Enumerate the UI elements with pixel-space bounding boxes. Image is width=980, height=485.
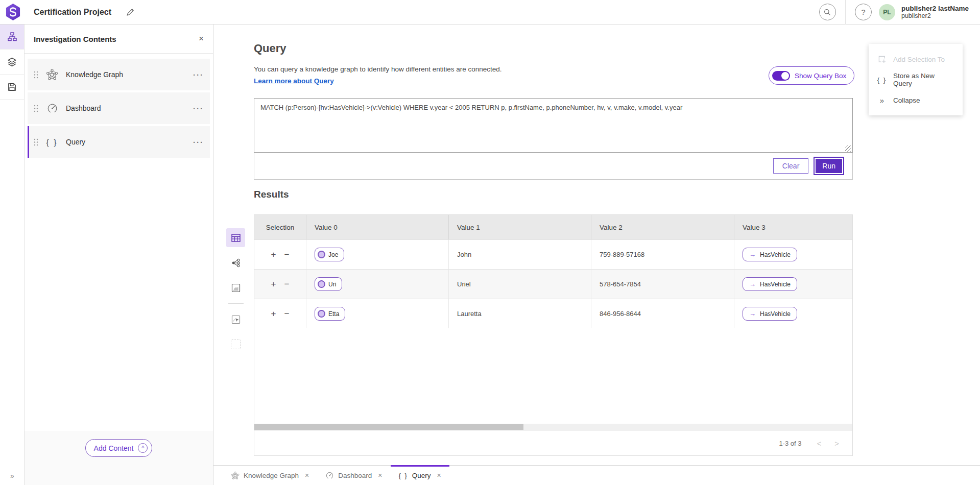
- person-node-icon: [318, 310, 325, 318]
- braces-icon: { }: [399, 472, 408, 479]
- item-more-menu-icon[interactable]: ···: [193, 138, 204, 147]
- collapse-chevrons-icon: »: [877, 96, 887, 105]
- user-name: publisher2 lastName: [901, 5, 969, 13]
- tab-query[interactable]: { } Query ×: [391, 466, 449, 485]
- results-context-menu: Add Selection To { } Store as New Query …: [869, 44, 963, 115]
- table-icon: [231, 233, 241, 243]
- app-logo-icon[interactable]: [5, 3, 21, 21]
- selection-cell: + −: [254, 270, 306, 299]
- sidebar-item-label: Query: [66, 138, 85, 146]
- sidebar-item-dashboard[interactable]: Dashboard ···: [28, 92, 210, 124]
- sidebar-item-query[interactable]: { } Query ···: [28, 126, 210, 158]
- lasso-select-view-button[interactable]: [226, 335, 245, 354]
- user-block[interactable]: publisher2 lastName publisher2: [901, 5, 972, 20]
- add-to-selection-button[interactable]: +: [267, 250, 280, 260]
- layers-icon: [7, 57, 17, 67]
- column-header[interactable]: Value 0: [306, 215, 449, 239]
- column-header[interactable]: Value 1: [449, 215, 591, 239]
- close-tab-icon[interactable]: ×: [437, 471, 441, 479]
- item-more-menu-icon[interactable]: ···: [193, 104, 204, 113]
- query-box-footer: Clear Run: [254, 153, 852, 179]
- help-button[interactable]: ?: [855, 4, 872, 20]
- sidebar-item-knowledge-graph[interactable]: Knowledge Graph ···: [28, 59, 210, 90]
- clear-button[interactable]: Clear: [773, 158, 808, 174]
- add-content-button[interactable]: Add Content ^: [85, 439, 153, 457]
- add-to-selection-button[interactable]: +: [267, 279, 280, 289]
- value-cell: Uriel: [449, 270, 591, 299]
- table-view-button[interactable]: [226, 228, 245, 247]
- relation-pill[interactable]: → HasVehicle: [743, 248, 797, 261]
- rail-investigation-contents-button[interactable]: [0, 25, 24, 50]
- value-cell: 759-889-57168: [591, 240, 734, 269]
- view-strip-divider: [228, 303, 244, 304]
- close-tab-icon[interactable]: ×: [305, 471, 309, 479]
- braces-icon: { }: [877, 76, 887, 84]
- entity-cell: Uri: [306, 270, 449, 299]
- add-selection-icon: [877, 55, 887, 64]
- remove-from-selection-button[interactable]: −: [280, 250, 294, 260]
- tab-label: Knowledge Graph: [244, 472, 299, 479]
- network-icon: [231, 258, 241, 268]
- map-view-button[interactable]: [226, 278, 245, 297]
- entity-pill[interactable]: Etta: [315, 307, 345, 321]
- previous-page-button[interactable]: <: [817, 439, 821, 448]
- relation-label: HasVehicle: [760, 281, 791, 288]
- item-more-menu-icon[interactable]: ···: [193, 70, 204, 79]
- arrow-right-icon: →: [749, 310, 756, 318]
- remove-from-selection-button[interactable]: −: [280, 309, 294, 319]
- panel-title: Investigation Contents: [34, 35, 116, 43]
- resize-handle[interactable]: [845, 146, 851, 152]
- learn-more-link[interactable]: Learn more about Query: [254, 77, 334, 85]
- column-header[interactable]: Value 2: [591, 215, 734, 239]
- tab-knowledge-graph[interactable]: Knowledge Graph ×: [223, 466, 317, 485]
- gauge-icon: [45, 103, 59, 114]
- close-panel-icon[interactable]: ×: [199, 34, 204, 44]
- next-page-button[interactable]: >: [834, 439, 839, 448]
- tab-dashboard[interactable]: Dashboard ×: [317, 466, 390, 485]
- value-cell: 578-654-7854: [591, 270, 734, 299]
- run-button[interactable]: Run: [814, 157, 844, 175]
- network-view-button[interactable]: [226, 253, 245, 272]
- drag-handle-icon[interactable]: [34, 71, 38, 79]
- braces-icon: { }: [45, 138, 59, 147]
- column-header[interactable]: Value 3: [734, 215, 852, 239]
- bottom-tab-bar: Knowledge Graph × Dashboard × { } Query …: [213, 465, 980, 485]
- rail-layers-button[interactable]: [0, 50, 24, 75]
- sidebar-item-label: Knowledge Graph: [66, 70, 123, 79]
- app-window: Certification Project ? PL publisher2 la…: [0, 0, 980, 485]
- selection-cell: + −: [254, 299, 306, 328]
- query-input[interactable]: MATCH (p:Person)-[hv:HasVehicle]->(v:Veh…: [254, 98, 853, 153]
- rail-save-button[interactable]: [0, 75, 24, 100]
- relation-pill[interactable]: → HasVehicle: [743, 277, 797, 291]
- menu-item-store-as-new-query[interactable]: { } Store as New Query: [869, 69, 963, 90]
- arrow-right-icon: →: [749, 251, 756, 258]
- search-button[interactable]: [819, 4, 836, 20]
- map-select-view-button[interactable]: [226, 310, 245, 329]
- horizontal-scrollbar[interactable]: [254, 424, 852, 430]
- relation-cell: → HasVehicle: [734, 299, 852, 328]
- drag-handle-icon[interactable]: [34, 105, 38, 112]
- entity-pill[interactable]: Uri: [315, 277, 342, 291]
- show-query-box-toggle[interactable]: Show Query Box: [769, 66, 854, 85]
- expand-rail-button[interactable]: »: [0, 472, 24, 480]
- edit-title-icon[interactable]: [126, 8, 135, 17]
- page-title: Query: [254, 42, 286, 55]
- entity-pill[interactable]: Joe: [315, 248, 344, 261]
- value-cell: John: [449, 240, 591, 269]
- avatar[interactable]: PL: [879, 4, 895, 20]
- scrollbar-thumb[interactable]: [254, 424, 523, 430]
- drag-handle-icon[interactable]: [34, 138, 38, 146]
- column-header[interactable]: Selection: [254, 215, 306, 239]
- menu-item-label: Store as New Query: [893, 72, 954, 87]
- add-to-selection-button[interactable]: +: [267, 309, 280, 319]
- arrow-right-icon: →: [749, 280, 756, 288]
- chevron-up-icon: ^: [138, 443, 148, 453]
- remove-from-selection-button[interactable]: −: [280, 279, 294, 289]
- menu-item-collapse[interactable]: » Collapse: [869, 90, 963, 110]
- close-tab-icon[interactable]: ×: [378, 471, 382, 479]
- help-icon: ?: [861, 8, 865, 16]
- relation-pill[interactable]: → HasVehicle: [743, 307, 797, 321]
- menu-item-label: Collapse: [893, 96, 920, 104]
- knowledge-graph-icon: [231, 471, 240, 480]
- results-title: Results: [254, 189, 289, 200]
